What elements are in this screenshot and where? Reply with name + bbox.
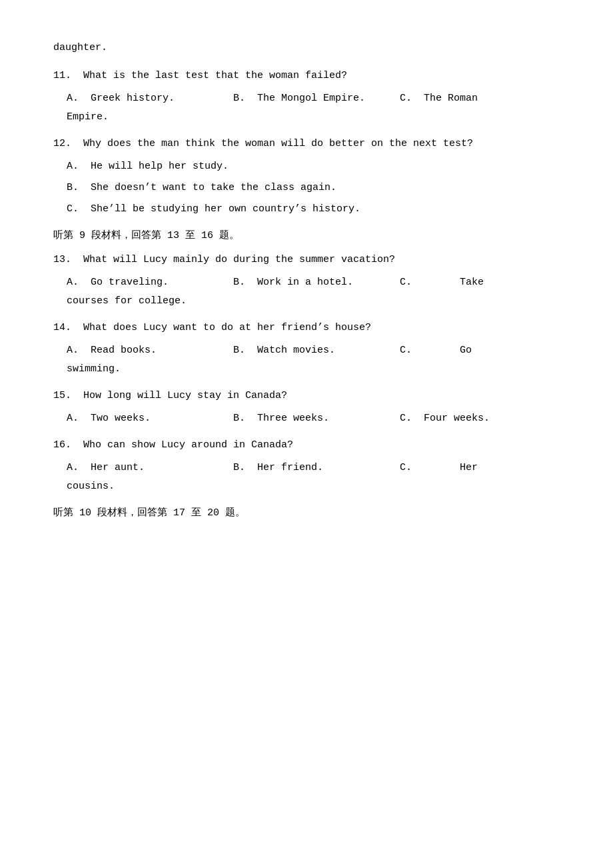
q12-option-b: B. She doesn’t want to take the class ag… [53, 180, 560, 196]
q15-text: 15. How long will Lucy stay in Canada? [53, 388, 560, 404]
q13-option-c: C. Take [400, 275, 560, 291]
q13-option-a: A. Go traveling. [67, 275, 227, 291]
q11-option-a: A. Greek history. [67, 91, 227, 107]
q11-option-b: B. The Mongol Empire. [233, 91, 393, 107]
q16-option-c: C. Her [400, 460, 560, 476]
q11-option-c: C. The Roman [400, 91, 560, 107]
question-15: 15. How long will Lucy stay in Canada? A… [53, 388, 560, 427]
question-11: 11. What is the last test that the woman… [53, 68, 560, 125]
q11-continuation: Empire. [53, 109, 560, 125]
question-14: 14. What does Lucy want to do at her fri… [53, 320, 560, 377]
page-content: daughter. 11. What is the last test that… [53, 40, 560, 521]
q11-text: 11. What is the last test that the woman… [53, 68, 560, 84]
q13-option-b: B. Work in a hotel. [233, 275, 393, 291]
q14-option-c: C. Go [400, 343, 560, 359]
question-16: 16. Who can show Lucy around in Canada? … [53, 437, 560, 495]
question-13: 13. What will Lucy mainly do during the … [53, 252, 560, 309]
q16-option-b: B. Her friend. [233, 460, 393, 476]
q14-text: 14. What does Lucy want to do at her fri… [53, 320, 560, 336]
q15-option-b: B. Three weeks. [233, 411, 393, 427]
q12-option-a: A. He will help her study. [53, 159, 560, 175]
q12-text: 12. Why does the man think the woman wil… [53, 136, 560, 152]
q15-option-c: C. Four weeks. [400, 411, 560, 427]
section-10-header: 听第 10 段材料，回答第 17 至 20 题。 [53, 505, 560, 521]
q12-option-c: C. She’ll be studying her own country’s … [53, 201, 560, 217]
q16-continuation: cousins. [53, 479, 560, 495]
question-12: 12. Why does the man think the woman wil… [53, 136, 560, 217]
q13-text: 13. What will Lucy mainly do during the … [53, 252, 560, 268]
q16-option-a: A. Her aunt. [67, 460, 227, 476]
section-9-header: 听第 9 段材料，回答第 13 至 16 题。 [53, 228, 560, 244]
q14-continuation: swimming. [53, 361, 560, 377]
q16-text: 16. Who can show Lucy around in Canada? [53, 437, 560, 453]
q15-option-a: A. Two weeks. [67, 411, 227, 427]
q14-option-a: A. Read books. [67, 343, 227, 359]
opening-line: daughter. [53, 40, 560, 56]
q13-continuation: courses for college. [53, 293, 560, 309]
q14-option-b: B. Watch movies. [233, 343, 393, 359]
